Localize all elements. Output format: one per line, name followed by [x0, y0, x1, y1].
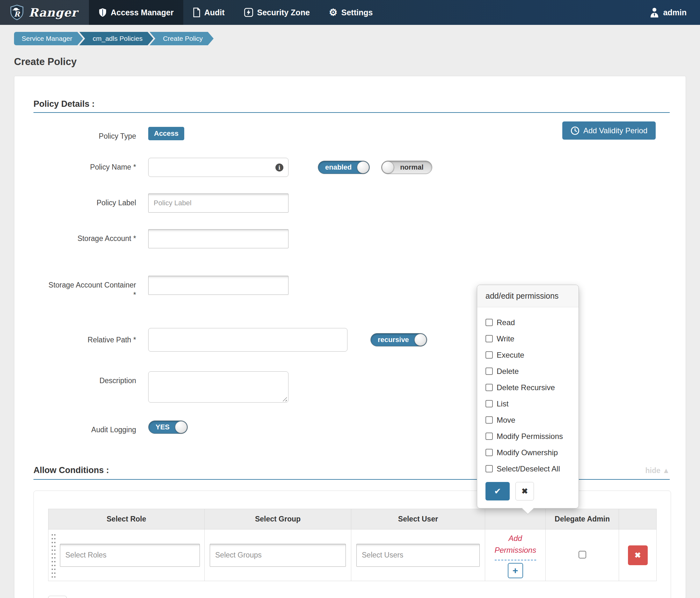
policy-type-label: Policy Type — [33, 127, 136, 141]
toggle-knob — [357, 161, 369, 173]
toggle-knob — [382, 161, 394, 173]
brand-name: Ranger — [29, 6, 77, 19]
breadcrumb-create-policy[interactable]: Create Policy — [150, 32, 214, 45]
read-checkbox[interactable] — [485, 319, 493, 326]
policy-priority-toggle[interactable]: normal — [381, 161, 432, 174]
top-navbar: R Ranger Access Manager Audit — [0, 0, 700, 25]
permission-option-read: Read — [485, 314, 570, 330]
description-textarea[interactable] — [148, 371, 289, 403]
storage-account-container-label: Storage Account Container * — [33, 276, 136, 300]
breadcrumb: Service Manager cm_adls Policies Create … — [14, 32, 700, 45]
permissions-popup: add/edit permissions Read Write Execute … — [477, 285, 579, 508]
description-label: Description — [33, 371, 136, 386]
recursive-toggle[interactable]: recursive — [370, 333, 427, 347]
write-checkbox[interactable] — [485, 335, 493, 342]
user-menu[interactable]: admin — [650, 0, 686, 25]
permission-option-delete-recursive: Delete Recursive — [485, 379, 570, 396]
delete-checkbox[interactable] — [485, 368, 493, 375]
permission-option-select-all: Select/Deselect All — [485, 460, 570, 477]
move-checkbox[interactable] — [485, 416, 493, 424]
page-title: Create Policy — [14, 56, 700, 68]
policy-name-input[interactable] — [148, 158, 289, 177]
permission-option-modify-ownership: Modify Ownership — [485, 444, 570, 460]
column-header-select-user: Select User — [351, 509, 485, 529]
select-deselect-all-checkbox[interactable] — [485, 465, 493, 472]
user-icon — [650, 7, 659, 18]
document-icon — [193, 8, 200, 17]
audit-logging-label: Audit Logging — [33, 420, 136, 435]
relative-path-label: Relative Path * — [33, 328, 136, 345]
required-mark: * — [33, 290, 136, 300]
policy-enabled-toggle[interactable]: enabled — [318, 161, 370, 174]
policy-label-input[interactable] — [148, 194, 289, 213]
allow-conditions-heading: Allow Conditions : — [33, 466, 109, 475]
permission-option-delete: Delete — [485, 363, 570, 379]
add-permissions-link[interactable]: Add Permissions — [495, 532, 536, 560]
column-header-permissions — [485, 509, 546, 529]
svg-text:R: R — [14, 10, 20, 18]
policy-name-label: Policy Name * — [33, 158, 136, 172]
chevron-up-icon: ▲ — [662, 466, 670, 475]
nav-item-access-manager[interactable]: Access Manager — [89, 0, 183, 25]
nav-item-audit[interactable]: Audit — [183, 0, 234, 25]
cancel-permissions-button[interactable]: ✖ — [516, 482, 534, 500]
gear-icon: ⚙ — [329, 8, 338, 17]
audit-logging-toggle[interactable]: YES — [148, 420, 188, 434]
toggle-knob — [415, 334, 426, 346]
permission-option-move: Move — [485, 412, 570, 428]
username: admin — [663, 8, 686, 17]
column-header-select-group: Select Group — [205, 509, 351, 529]
delete-recursive-checkbox[interactable] — [485, 384, 493, 391]
storage-account-input[interactable] — [148, 229, 289, 248]
select-users-input[interactable] — [356, 544, 480, 567]
shield-icon — [99, 8, 107, 17]
column-header-select-role: Select Role — [48, 509, 205, 529]
permissions-popup-title: add/edit permissions — [477, 285, 579, 307]
create-policy-panel: Policy Details : Add Validity Period Pol… — [14, 76, 686, 598]
add-permission-button[interactable]: + — [508, 563, 523, 578]
column-header-delegate-admin: Delegate Admin — [546, 509, 619, 529]
drag-handle[interactable] — [51, 533, 56, 578]
ranger-brand[interactable]: R Ranger — [0, 0, 89, 25]
execute-checkbox[interactable] — [485, 351, 493, 358]
permission-option-execute: Execute — [485, 347, 570, 363]
add-condition-row-button[interactable]: + — [48, 596, 67, 598]
select-roles-input[interactable] — [60, 544, 200, 567]
delegate-admin-checkbox[interactable] — [579, 551, 586, 558]
hide-conditions-link[interactable]: hide ▲ — [646, 466, 670, 475]
breadcrumb-service-manager[interactable]: Service Manager — [14, 32, 83, 45]
nav-item-security-zone[interactable]: Security Zone — [234, 0, 319, 25]
column-header-actions — [619, 509, 657, 529]
toggle-knob — [175, 421, 187, 433]
condition-row: Add Permissions + ✖ — [48, 529, 657, 581]
policy-details-heading: Policy Details : — [33, 99, 686, 109]
modify-permissions-checkbox[interactable] — [485, 432, 493, 440]
add-validity-period-button[interactable]: Add Validity Period — [562, 121, 656, 140]
permission-option-write: Write — [485, 330, 570, 347]
permission-option-list: List — [485, 396, 570, 412]
select-groups-input[interactable] — [210, 544, 346, 567]
nav-menu: Access Manager Audit Security Zone ⚙ S — [89, 0, 382, 25]
nav-item-settings[interactable]: ⚙ Settings — [319, 0, 382, 25]
relative-path-input[interactable] — [148, 328, 347, 352]
clock-icon — [571, 126, 579, 135]
allow-conditions-table: Select Role Select Group Select User Del… — [48, 509, 657, 581]
policy-type-badge: Access — [148, 127, 184, 140]
confirm-permissions-button[interactable]: ✔ — [485, 482, 510, 500]
modify-ownership-checkbox[interactable] — [485, 449, 493, 456]
ranger-shield-logo-icon: R — [9, 4, 24, 20]
permission-option-modify-permissions: Modify Permissions — [485, 428, 570, 444]
info-icon: i — [275, 164, 283, 172]
policy-details-rule — [33, 112, 670, 113]
delete-row-button[interactable]: ✖ — [628, 545, 648, 565]
storage-account-container-input[interactable] — [148, 276, 289, 295]
lightning-icon — [244, 8, 253, 17]
policy-label-label: Policy Label — [33, 194, 136, 208]
breadcrumb-cm-adls-policies[interactable]: cm_adls Policies — [79, 32, 153, 45]
list-checkbox[interactable] — [485, 400, 493, 407]
storage-account-label: Storage Account * — [33, 229, 136, 244]
